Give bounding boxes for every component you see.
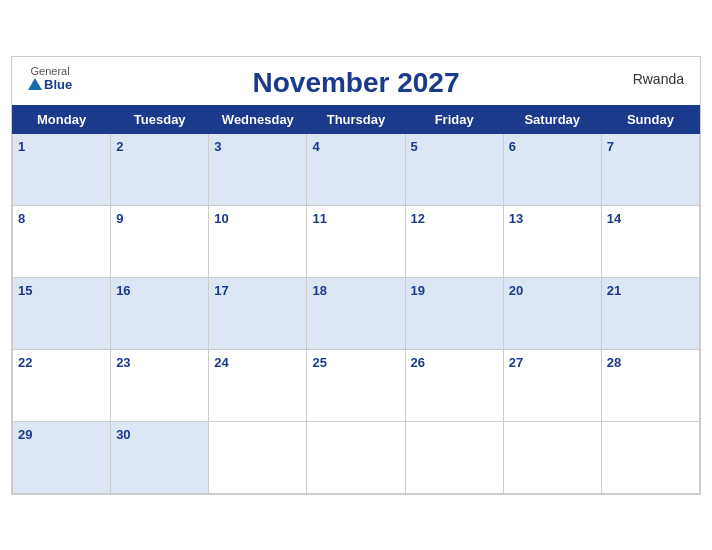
calendar-week-row: 15161718192021 [13, 277, 700, 349]
day-number: 22 [18, 355, 32, 370]
calendar-week-row: 22232425262728 [13, 349, 700, 421]
calendar-day-cell: 26 [405, 349, 503, 421]
calendar-day-cell: 10 [209, 205, 307, 277]
calendar-day-cell [209, 421, 307, 493]
day-number: 29 [18, 427, 32, 442]
day-number: 19 [411, 283, 425, 298]
calendar-day-cell [503, 421, 601, 493]
day-number: 27 [509, 355, 523, 370]
calendar-day-cell: 27 [503, 349, 601, 421]
day-number: 1 [18, 139, 25, 154]
calendar-header: General Blue November 2027 Rwanda [12, 57, 700, 105]
calendar-day-cell: 25 [307, 349, 405, 421]
calendar-day-cell [307, 421, 405, 493]
calendar-day-cell: 6 [503, 133, 601, 205]
calendar-body: 1234567891011121314151617181920212223242… [13, 133, 700, 493]
calendar-day-cell: 7 [601, 133, 699, 205]
day-number: 21 [607, 283, 621, 298]
day-number: 18 [312, 283, 326, 298]
calendar-day-cell: 20 [503, 277, 601, 349]
calendar-day-cell: 18 [307, 277, 405, 349]
calendar-day-cell: 3 [209, 133, 307, 205]
logo: General Blue [28, 65, 72, 92]
calendar-day-cell: 4 [307, 133, 405, 205]
calendar-day-cell: 19 [405, 277, 503, 349]
calendar-day-cell: 22 [13, 349, 111, 421]
calendar-week-row: 1234567 [13, 133, 700, 205]
day-number: 8 [18, 211, 25, 226]
calendar-day-cell: 5 [405, 133, 503, 205]
calendar-day-cell: 12 [405, 205, 503, 277]
day-number: 25 [312, 355, 326, 370]
day-number: 5 [411, 139, 418, 154]
calendar-day-cell: 21 [601, 277, 699, 349]
calendar-week-row: 2930 [13, 421, 700, 493]
day-number: 6 [509, 139, 516, 154]
day-number: 24 [214, 355, 228, 370]
calendar-week-row: 891011121314 [13, 205, 700, 277]
day-number: 13 [509, 211, 523, 226]
day-number: 20 [509, 283, 523, 298]
day-number: 11 [312, 211, 326, 226]
calendar-day-cell: 14 [601, 205, 699, 277]
header-friday: Friday [405, 105, 503, 133]
calendar-title: November 2027 [252, 67, 459, 99]
weekday-header-row: Monday Tuesday Wednesday Thursday Friday… [13, 105, 700, 133]
day-number: 7 [607, 139, 614, 154]
day-number: 28 [607, 355, 621, 370]
calendar-day-cell: 30 [111, 421, 209, 493]
calendar-table: Monday Tuesday Wednesday Thursday Friday… [12, 105, 700, 494]
day-number: 23 [116, 355, 130, 370]
day-number: 10 [214, 211, 228, 226]
calendar-day-cell: 1 [13, 133, 111, 205]
logo-blue: Blue [28, 77, 72, 92]
calendar-day-cell: 24 [209, 349, 307, 421]
calendar-day-cell: 2 [111, 133, 209, 205]
day-number: 2 [116, 139, 123, 154]
day-number: 4 [312, 139, 319, 154]
calendar-day-cell: 15 [13, 277, 111, 349]
calendar-container: General Blue November 2027 Rwanda Monday… [11, 56, 701, 495]
logo-general: General [31, 65, 70, 77]
header-monday: Monday [13, 105, 111, 133]
header-sunday: Sunday [601, 105, 699, 133]
day-number: 15 [18, 283, 32, 298]
day-number: 14 [607, 211, 621, 226]
calendar-day-cell: 17 [209, 277, 307, 349]
calendar-day-cell: 29 [13, 421, 111, 493]
header-tuesday: Tuesday [111, 105, 209, 133]
calendar-day-cell: 23 [111, 349, 209, 421]
day-number: 30 [116, 427, 130, 442]
calendar-day-cell [601, 421, 699, 493]
calendar-day-cell: 16 [111, 277, 209, 349]
calendar-day-cell: 11 [307, 205, 405, 277]
logo-triangle-icon [28, 78, 42, 90]
day-number: 3 [214, 139, 221, 154]
calendar-day-cell: 9 [111, 205, 209, 277]
calendar-day-cell: 28 [601, 349, 699, 421]
country-label: Rwanda [633, 71, 684, 87]
header-thursday: Thursday [307, 105, 405, 133]
day-number: 9 [116, 211, 123, 226]
day-number: 26 [411, 355, 425, 370]
day-number: 12 [411, 211, 425, 226]
header-saturday: Saturday [503, 105, 601, 133]
header-wednesday: Wednesday [209, 105, 307, 133]
calendar-day-cell: 8 [13, 205, 111, 277]
day-number: 16 [116, 283, 130, 298]
calendar-day-cell [405, 421, 503, 493]
day-number: 17 [214, 283, 228, 298]
calendar-day-cell: 13 [503, 205, 601, 277]
